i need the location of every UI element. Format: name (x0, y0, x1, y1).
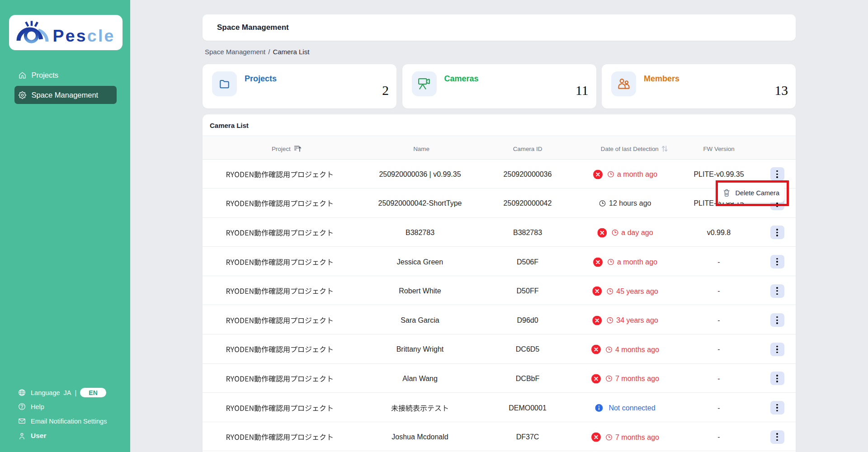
svg-text:Pescle: Pescle (53, 26, 115, 45)
